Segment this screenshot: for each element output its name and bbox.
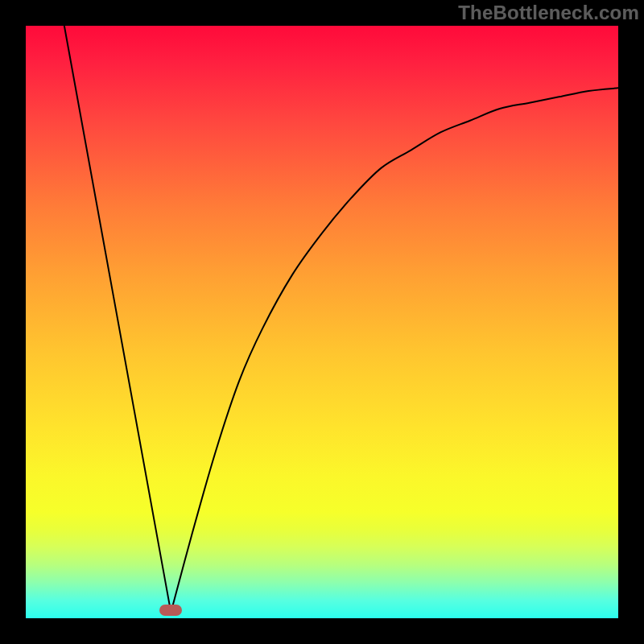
- minimum-marker: [159, 605, 182, 616]
- watermark-label: TheBottleneck.com: [458, 2, 639, 24]
- curve-layer: [26, 26, 618, 618]
- bottleneck-curve: [64, 26, 618, 613]
- plot-area: [26, 26, 618, 618]
